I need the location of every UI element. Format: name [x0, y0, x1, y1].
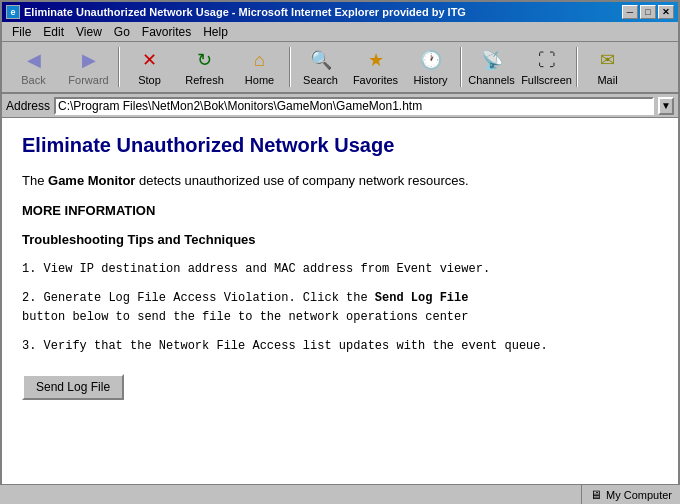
toolbar: ◀ Back ▶ Forward ✕ Stop ↻ Refresh ⌂ Home…	[2, 42, 678, 94]
menu-bar: File Edit View Go Favorites Help	[2, 22, 678, 42]
channels-label: Channels	[468, 74, 514, 86]
address-bar: Address ▼	[2, 94, 678, 118]
intro-suffix: detects unauthorized use of company netw…	[135, 173, 468, 188]
refresh-icon: ↻	[193, 48, 217, 72]
toolbar-separator-4	[576, 47, 578, 87]
stop-label: Stop	[138, 74, 161, 86]
item-3-text: 3. Verify that the Network File Access l…	[22, 339, 548, 353]
home-button[interactable]: ⌂ Home	[232, 43, 287, 91]
search-label: Search	[303, 74, 338, 86]
mail-button[interactable]: ✉ Mail	[580, 43, 635, 91]
menu-file[interactable]: File	[6, 23, 37, 41]
forward-button[interactable]: ▶ Forward	[61, 43, 116, 91]
history-icon: 🕐	[419, 48, 443, 72]
toolbar-separator-1	[118, 47, 120, 87]
maximize-button[interactable]: □	[640, 5, 656, 19]
minimize-button[interactable]: ─	[622, 5, 638, 19]
refresh-label: Refresh	[185, 74, 224, 86]
fullscreen-icon: ⛶	[535, 48, 559, 72]
item-2-suffix: button below to send the file to the net…	[22, 310, 468, 324]
back-label: Back	[21, 74, 45, 86]
menu-view[interactable]: View	[70, 23, 108, 41]
troubleshoot-title: Troubleshooting Tips and Techniques	[22, 230, 658, 250]
status-zone: 🖥 My Computer	[582, 488, 680, 502]
item-1: 1. View IP destination address and MAC a…	[22, 260, 658, 279]
stop-button[interactable]: ✕ Stop	[122, 43, 177, 91]
address-dropdown[interactable]: ▼	[658, 97, 674, 115]
title-bar: e Eliminate Unauthorized Network Usage -…	[2, 2, 678, 22]
intro-paragraph: The Game Monitor detects unauthorized us…	[22, 171, 658, 191]
refresh-button[interactable]: ↻ Refresh	[177, 43, 232, 91]
back-button[interactable]: ◀ Back	[6, 43, 61, 91]
favorites-button[interactable]: ★ Favorites	[348, 43, 403, 91]
menu-edit[interactable]: Edit	[37, 23, 70, 41]
item-2: 2. Generate Log File Access Violation. C…	[22, 289, 658, 327]
status-left	[0, 485, 582, 504]
forward-label: Forward	[68, 74, 108, 86]
status-bar: 🖥 My Computer	[0, 484, 680, 504]
mail-label: Mail	[597, 74, 617, 86]
channels-button[interactable]: 📡 Channels	[464, 43, 519, 91]
history-button[interactable]: 🕐 History	[403, 43, 458, 91]
window-title: Eliminate Unauthorized Network Usage - M…	[24, 6, 466, 18]
send-log-file-button[interactable]: Send Log File	[22, 374, 124, 400]
content-area: Eliminate Unauthorized Network Usage The…	[2, 118, 678, 486]
toolbar-separator-2	[289, 47, 291, 87]
intro-prefix: The	[22, 173, 48, 188]
home-icon: ⌂	[248, 48, 272, 72]
menu-go[interactable]: Go	[108, 23, 136, 41]
item-2-prefix: 2. Generate Log File Access Violation. C…	[22, 291, 375, 305]
app-icon: e	[6, 5, 20, 19]
toolbar-separator-3	[460, 47, 462, 87]
more-info-heading: MORE INFORMATION	[22, 201, 658, 221]
back-icon: ◀	[22, 48, 46, 72]
home-label: Home	[245, 74, 274, 86]
item-1-text: 1. View IP destination address and MAC a…	[22, 262, 490, 276]
search-icon: 🔍	[309, 48, 333, 72]
window-controls: ─ □ ✕	[622, 5, 674, 19]
forward-icon: ▶	[77, 48, 101, 72]
channels-icon: 📡	[480, 48, 504, 72]
favorites-label: Favorites	[353, 74, 398, 86]
page-heading: Eliminate Unauthorized Network Usage	[22, 134, 658, 157]
item-3: 3. Verify that the Network File Access l…	[22, 337, 658, 356]
address-label: Address	[6, 99, 50, 113]
close-button[interactable]: ✕	[658, 5, 674, 19]
fullscreen-button[interactable]: ⛶ Fullscreen	[519, 43, 574, 91]
zone-icon: 🖥	[590, 488, 602, 502]
item-2-bold: Send Log File	[375, 291, 469, 305]
game-monitor-bold: Game Monitor	[48, 173, 135, 188]
favorites-icon: ★	[364, 48, 388, 72]
menu-favorites[interactable]: Favorites	[136, 23, 197, 41]
fullscreen-label: Fullscreen	[521, 74, 572, 86]
zone-label: My Computer	[606, 489, 672, 501]
mail-icon: ✉	[596, 48, 620, 72]
history-label: History	[413, 74, 447, 86]
menu-help[interactable]: Help	[197, 23, 234, 41]
address-input[interactable]	[54, 97, 654, 115]
stop-icon: ✕	[138, 48, 162, 72]
search-button[interactable]: 🔍 Search	[293, 43, 348, 91]
